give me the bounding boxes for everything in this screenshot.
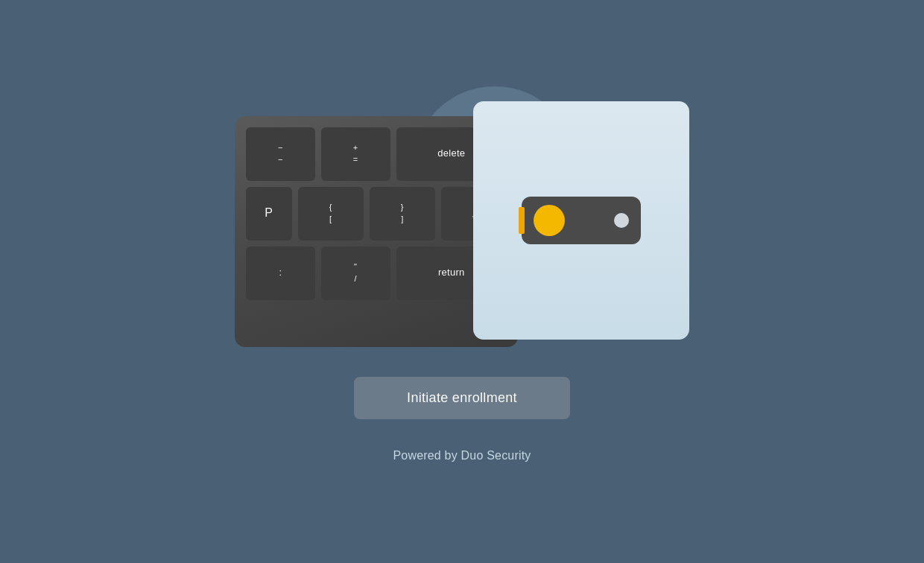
initiate-enrollment-button[interactable]: Initiate enrollment — [354, 377, 570, 419]
toggle-circle-white — [614, 213, 629, 228]
main-container: − − + = delete P { [ — [235, 101, 689, 462]
key-colon: : — [246, 246, 315, 300]
powered-by-text: Powered by Duo Security — [393, 449, 531, 462]
keyboard-row-1: − − + = delete — [246, 127, 507, 181]
key-brace-close: } ] — [370, 187, 435, 241]
illustration-wrapper: − − + = delete P { [ — [235, 101, 689, 347]
key-brace-open: { [ — [298, 187, 364, 241]
key-minus: − − — [246, 127, 315, 181]
key-quote-slash: " / — [321, 246, 390, 300]
key-plus-equals: + = — [321, 127, 390, 181]
toggle-device — [522, 197, 641, 244]
keyboard-row-3: : " / return — [246, 246, 507, 300]
keyboard-row-2: P { [ } ] | \ — [246, 187, 507, 241]
phone-illustration — [473, 101, 689, 340]
key-p: P — [246, 187, 292, 241]
toggle-notch — [519, 207, 525, 234]
toggle-circle-yellow — [534, 205, 565, 236]
